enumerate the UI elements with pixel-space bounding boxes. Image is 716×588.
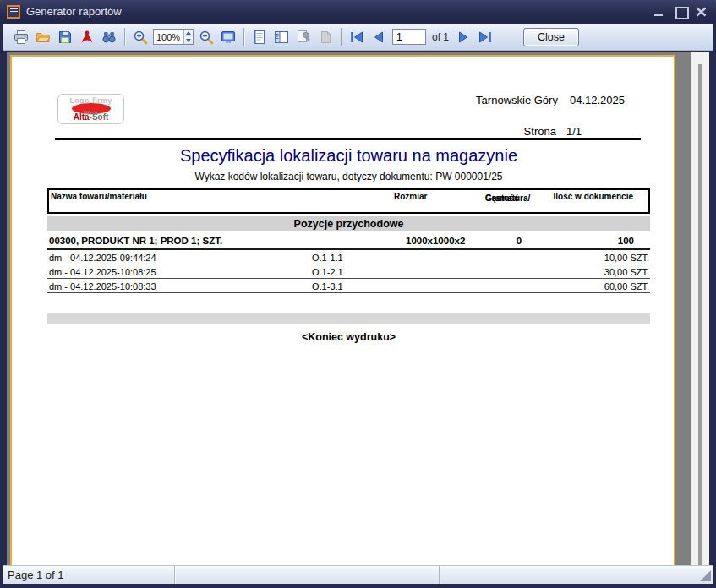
page-count-label: of 1 [432, 31, 449, 43]
toolbar-separator [243, 28, 244, 46]
find-button[interactable] [98, 26, 120, 48]
logo-brand-alta: Alta [74, 112, 90, 122]
last-page-icon [477, 29, 494, 46]
zoom-in-icon [132, 29, 149, 46]
toolbar-separator [124, 28, 125, 46]
app-icon-glyph [10, 8, 18, 14]
footer-band [47, 313, 650, 324]
row-label: dm - 04.12.2025-10:08:25 [49, 267, 156, 277]
binoculars-icon [101, 29, 118, 46]
page-number-input[interactable] [392, 29, 426, 45]
close-window-button[interactable] [696, 6, 708, 17]
col-header-name: Nazwa towaru/materiału [51, 192, 147, 201]
save-icon [57, 29, 74, 46]
product-grammage: 0 [504, 236, 534, 246]
report-sheet: Logo-firmy Wzór Alta-Soft Tarnowskie Gór… [12, 57, 674, 565]
logo-brand: Alta-Soft [58, 112, 123, 122]
section-band: Pozycje przychodowe [47, 216, 650, 231]
row-qty: 10,00 SZT. [604, 253, 649, 263]
zoom-out-button[interactable] [195, 26, 217, 48]
zoom-spin-down-button[interactable] [184, 37, 193, 45]
maximize-button[interactable] [675, 6, 686, 17]
logo-brand-soft: -Soft [90, 112, 109, 122]
report-city-date: Tarnowskie Góry 04.12.2025 [476, 94, 625, 106]
outline-panel-icon [273, 29, 290, 46]
open-folder-icon [35, 29, 52, 46]
table-header-row: Nazwa towaru/materiału Rozmiar Gramatura… [47, 188, 650, 214]
product-row: 00300, PRODUKT NR 1; PROD 1; SZT. 1000x1… [47, 231, 650, 250]
row-qty: 60,00 SZT. [604, 281, 649, 291]
document-lines-icon [251, 29, 268, 46]
row-location: O.1-1.1 [312, 253, 343, 263]
report-page: Logo-firmy Wzór Alta-Soft Tarnowskie Gór… [10, 55, 675, 565]
report-title: Specyfikacja lokalizacji towaru na magaz… [47, 146, 650, 166]
edit-page-icon [317, 29, 334, 46]
table-row: dm - 04.12.2025-09:44:24 O.1-1.1 10,00 S… [47, 250, 650, 264]
page-value: 1/1 [566, 125, 582, 138]
row-location: O.1-2.1 [312, 267, 343, 277]
printer-icon [13, 29, 30, 46]
product-size: 1000x1000x2 [406, 236, 465, 246]
report-table: Nazwa towaru/materiału Rozmiar Gramatura… [47, 188, 650, 343]
resize-grip[interactable] [700, 570, 711, 581]
zoom-out-icon [198, 29, 215, 46]
first-page-button[interactable] [346, 26, 368, 48]
statusbar-section [440, 566, 713, 584]
page-label: Strona [524, 125, 556, 138]
first-page-icon [348, 29, 365, 46]
toolbar: 100% [3, 24, 713, 51]
wrench-icon [295, 29, 312, 46]
zoom-in-button[interactable] [129, 26, 151, 48]
zoom-level-value: 100% [154, 32, 183, 42]
chevron-up-icon [186, 31, 191, 35]
edit-page-button[interactable] [314, 26, 336, 48]
save-button[interactable] [54, 26, 76, 48]
zoom-spinners [183, 30, 193, 44]
scrollbar-thumb[interactable] [698, 64, 702, 565]
next-page-button[interactable] [452, 26, 474, 48]
row-label: dm - 04.12.2025-09:44:24 [49, 253, 156, 263]
col-header-size: Rozmiar [394, 192, 427, 201]
monitor-icon [220, 29, 237, 46]
product-name: 00300, PRODUKT NR 1; PROD 1; SZT. [49, 236, 222, 246]
table-row: dm - 04.12.2025-10:08:33 O.1-3.1 60,00 S… [47, 279, 650, 293]
preview-area: Logo-firmy Wzór Alta-Soft Tarnowskie Gór… [7, 52, 709, 565]
toolbar-separator [341, 28, 342, 46]
vertical-scrollbar[interactable] [691, 52, 709, 565]
col-header-grammage-line2: Gęstość [485, 193, 518, 204]
row-qty: 30,00 SZT. [604, 267, 649, 277]
minimize-button[interactable] [653, 6, 665, 17]
window-title: Generator raportów [26, 5, 122, 18]
last-page-button[interactable] [474, 26, 496, 48]
table-row: dm - 04.12.2025-10:08:25 O.1-2.1 30,00 S… [47, 264, 650, 279]
report-date: 04.12.2025 [570, 94, 625, 106]
open-button[interactable] [32, 26, 54, 48]
chevron-down-icon [186, 39, 191, 42]
window-controls [653, 6, 708, 17]
report-page-number: Strona 1/1 [524, 125, 582, 138]
statusbar-page-info: Page 1 of 1 [3, 566, 175, 584]
page-settings-button[interactable] [292, 26, 314, 48]
zoom-spin-up-button[interactable] [184, 30, 193, 37]
page-properties-button[interactable] [249, 26, 271, 48]
prev-page-icon [370, 29, 387, 46]
report-subtitle: Wykaz kodów lokalizacji towaru, dotyczy … [47, 171, 650, 182]
export-pdf-button[interactable] [76, 26, 98, 48]
report-city: Tarnowskie Góry [476, 94, 558, 106]
next-page-icon [455, 29, 472, 46]
col-header-qty: Ilość w dokumencie [554, 192, 633, 201]
company-logo: Logo-firmy Wzór Alta-Soft [57, 94, 124, 124]
app-icon [7, 5, 20, 19]
row-location: O.1-3.1 [312, 281, 343, 291]
full-screen-button[interactable] [217, 26, 239, 48]
header-divider [55, 138, 641, 140]
close-preview-button[interactable]: Close [523, 28, 579, 46]
end-of-print-label: <Koniec wydruku> [47, 331, 650, 343]
titlebar: Generator raportów [0, 0, 716, 23]
row-label: dm - 04.12.2025-10:08:33 [49, 281, 156, 291]
pdf-icon [79, 29, 96, 46]
zoom-level-combo[interactable]: 100% [153, 29, 194, 45]
prev-page-button[interactable] [368, 26, 390, 48]
outline-button[interactable] [271, 26, 292, 48]
print-button[interactable] [10, 26, 32, 48]
